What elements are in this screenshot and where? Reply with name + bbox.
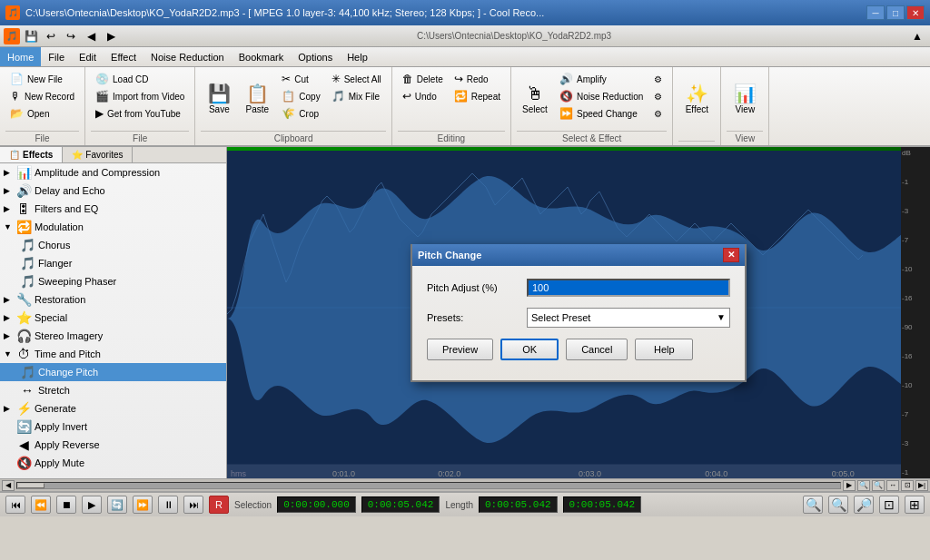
ribbon-youtube[interactable]: ▶ Get from YouTube [91, 105, 189, 122]
tab-effects[interactable]: 📋 Effects [0, 147, 63, 162]
ribbon-paste[interactable]: 📋 Paste [239, 71, 275, 127]
tree-item[interactable]: ▶🔊Delay and Echo [0, 182, 226, 200]
tree-item-special[interactable]: ▶⭐Special [0, 309, 226, 327]
pitch-input[interactable] [527, 279, 730, 297]
menu-home[interactable]: Home [0, 47, 41, 66]
transport-end[interactable]: ⏭ [183, 496, 203, 514]
delete-icon: 🗑 [402, 73, 413, 85]
ribbon-group-view-label: View [727, 131, 763, 143]
transport-loop[interactable]: 🔄 [107, 496, 127, 514]
ribbon-import-video[interactable]: 🎬 Import from Video [91, 88, 189, 104]
cancel-button[interactable]: Cancel [566, 339, 628, 360]
tree-item-apply-mute[interactable]: 🔇Apply Mute [0, 454, 226, 472]
transport-rewind-start[interactable]: ⏮ [5, 496, 25, 514]
ribbon-load-cd[interactable]: 💿 Load CD [91, 71, 189, 87]
tree-item-apply-invert[interactable]: 🔄Apply Invert [0, 418, 226, 436]
scroll-track[interactable] [16, 482, 841, 489]
tree-item-sweeping-phaser[interactable]: 🎵Sweeping Phaser [0, 272, 226, 290]
scroll-end-button[interactable]: ▶| [915, 480, 928, 491]
ribbon-crop[interactable]: 🌾 Crop [277, 105, 324, 122]
transport-stop[interactable]: ⏹ [56, 496, 76, 514]
ribbon-save[interactable]: 💾 Save [201, 71, 237, 127]
dialog-close-button[interactable]: ✕ [723, 248, 739, 262]
ribbon-group-editing: 🗑 Delete ↩ Undo ↪ Redo 🔁 Repea [392, 67, 511, 145]
ribbon-redo[interactable]: ↪ Redo [450, 71, 505, 87]
ribbon-new-record[interactable]: 🎙 New Record [5, 88, 79, 104]
qt-next[interactable]: ▶ [102, 28, 120, 44]
ribbon-new-file[interactable]: 📄 New File [5, 71, 79, 87]
ribbon-extra2[interactable]: ⚙ [649, 88, 667, 104]
sidebar: 📋 Effects ⭐ Favorites ▶📊Amplitude and Co… [0, 147, 227, 478]
scroll-right-button[interactable]: ▶ [843, 480, 856, 491]
ribbon-copy[interactable]: 📋 Copy [277, 88, 324, 104]
scroll-left-button[interactable]: ◀ [2, 480, 15, 491]
ribbon-extra3[interactable]: ⚙ [649, 105, 667, 122]
minimize-button[interactable]: ─ [866, 5, 885, 20]
tree-item[interactable]: ▶📊Amplitude and Compression [0, 163, 226, 182]
qt-up[interactable]: ▲ [908, 28, 926, 44]
tree-item-stretch[interactable]: ↔Stretch [0, 381, 226, 399]
menu-bookmark[interactable]: Bookmark [232, 47, 292, 66]
zoom-btn4[interactable]: ⊡ [879, 496, 899, 514]
tab-favorites[interactable]: ⭐ Favorites [63, 147, 133, 162]
zoom-sel-button[interactable]: ⊡ [901, 480, 914, 491]
repeat-icon: 🔁 [454, 90, 468, 103]
menu-options[interactable]: Options [291, 47, 340, 66]
help-button[interactable]: Help [635, 339, 693, 360]
tree-item-change-pitch[interactable]: 🎵Change Pitch [0, 363, 226, 381]
tree-item-modulation[interactable]: ▼🔁Modulation [0, 218, 226, 236]
ribbon-group-effect: ✨ Effect [673, 67, 721, 145]
transport-pause[interactable]: ⏸ [158, 496, 178, 514]
tree-icon: 🎵 [20, 238, 35, 252]
close-button[interactable]: ✕ [906, 5, 925, 20]
ribbon-mix-file[interactable]: 🎵 Mix File [327, 88, 386, 104]
maximize-button[interactable]: □ [886, 5, 905, 20]
ribbon-delete[interactable]: 🗑 Delete [398, 71, 448, 87]
ribbon-amplify[interactable]: 🔊 Amplify [555, 71, 648, 87]
ok-button[interactable]: OK [500, 339, 559, 360]
menu-edit[interactable]: Edit [72, 47, 104, 66]
ribbon-view[interactable]: 📊 View [727, 71, 763, 127]
preview-button[interactable]: Preview [427, 339, 493, 360]
tree-item-restoration[interactable]: ▶🔧Restoration [0, 290, 226, 309]
zoom-in-button[interactable]: 🔍 [857, 480, 870, 491]
tree-item[interactable]: ▶🎛Filters and EQ [0, 200, 226, 218]
ribbon-open[interactable]: 📂 Open [5, 105, 79, 122]
zoom-btn5[interactable]: ⊞ [905, 496, 925, 514]
menu-file[interactable]: File [41, 47, 72, 66]
ribbon-noise-reduction[interactable]: 🔇 Noise Reduction [555, 88, 648, 104]
transport-record[interactable]: R [209, 496, 229, 514]
menu-help[interactable]: Help [340, 47, 375, 66]
ribbon-speed-change[interactable]: ⏩ Speed Change [555, 105, 648, 122]
transport-play[interactable]: ▶ [82, 496, 102, 514]
ribbon-select[interactable]: 🖱 Select [517, 71, 553, 127]
tree-item-apply-reverse[interactable]: ◀Apply Reverse [0, 436, 226, 454]
tree-arrow: ▶ [4, 168, 13, 177]
tree-item-generate[interactable]: ▶⚡Generate [0, 399, 226, 418]
zoom-btn2[interactable]: 🔍 [828, 496, 848, 514]
tree-item-chorus[interactable]: 🎵Chorus [0, 236, 226, 254]
zoom-out-button[interactable]: 🔍 [872, 480, 885, 491]
ribbon-select-all[interactable]: ✳ Select All [327, 71, 386, 87]
qt-undo[interactable]: ↩ [42, 28, 60, 44]
zoom-fit-button[interactable]: ↔ [886, 480, 899, 491]
zoom-btn3[interactable]: 🔎 [854, 496, 874, 514]
tree-item-stereo[interactable]: ▶🎧Stereo Imagery [0, 327, 226, 345]
ribbon-effect[interactable]: ✨ Effect [678, 71, 715, 127]
menu-noise-reduction[interactable]: Noise Reduction [143, 47, 232, 66]
menu-effect[interactable]: Effect [104, 47, 143, 66]
zoom-btn1[interactable]: 🔍 [803, 496, 823, 514]
presets-dropdown[interactable]: Select Preset ▼ [527, 308, 730, 328]
tree-item-flanger[interactable]: 🎵Flanger [0, 254, 226, 272]
tree-item-time-pitch[interactable]: ▼⏱Time and Pitch [0, 345, 226, 363]
transport-rewind[interactable]: ⏪ [31, 496, 51, 514]
ribbon-repeat[interactable]: 🔁 Repeat [450, 88, 505, 104]
qt-prev[interactable]: ◀ [82, 28, 100, 44]
scroll-thumb[interactable] [17, 483, 45, 488]
qt-save[interactable]: 💾 [22, 28, 40, 44]
transport-fast-forward[interactable]: ⏩ [133, 496, 153, 514]
ribbon-extra1[interactable]: ⚙ [649, 71, 667, 87]
ribbon-cut[interactable]: ✂ Cut [277, 71, 324, 87]
qt-redo[interactable]: ↪ [62, 28, 80, 44]
ribbon-undo[interactable]: ↩ Undo [398, 88, 448, 104]
